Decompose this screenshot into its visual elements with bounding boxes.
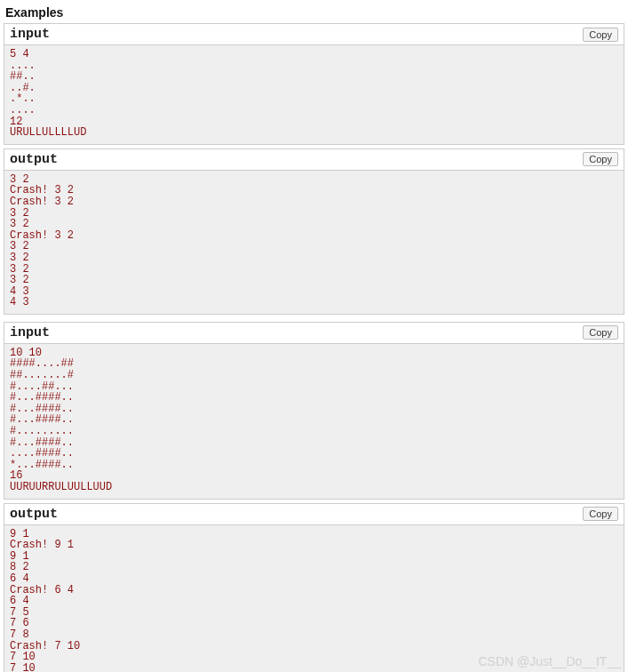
input-label: input bbox=[10, 27, 50, 42]
output-content: 3 2 Crash! 3 2 Crash! 3 2 3 2 3 2 Crash!… bbox=[4, 171, 624, 314]
input-label: input bbox=[10, 325, 50, 340]
example-block: output Copy 3 2 Crash! 3 2 Crash! 3 2 3 … bbox=[4, 148, 624, 315]
copy-button[interactable]: Copy bbox=[583, 28, 618, 42]
block-header: input Copy bbox=[4, 24, 624, 45]
copy-button[interactable]: Copy bbox=[583, 325, 618, 340]
block-header: output Copy bbox=[4, 149, 624, 171]
input-content: 5 4 .... ##.. ..#. .*.. .... 12 URULLULL… bbox=[4, 45, 624, 144]
example-block: input Copy 5 4 .... ##.. ..#. .*.. .... … bbox=[4, 23, 624, 145]
output-label: output bbox=[10, 152, 58, 167]
input-content: 10 10 ####....## ##.......# #....##... #… bbox=[4, 344, 624, 499]
copy-button[interactable]: Copy bbox=[583, 152, 618, 166]
output-label: output bbox=[10, 507, 58, 522]
example-block: input Copy 10 10 ####....## ##.......# #… bbox=[4, 322, 624, 500]
block-header: input Copy bbox=[4, 323, 624, 344]
copy-button[interactable]: Copy bbox=[583, 507, 618, 521]
example-block: output Copy 9 1 Crash! 9 1 9 1 8 2 6 4 C… bbox=[4, 503, 624, 672]
output-content: 9 1 Crash! 9 1 9 1 8 2 6 4 Crash! 6 4 6 … bbox=[4, 525, 624, 672]
block-header: output Copy bbox=[4, 504, 624, 525]
examples-heading: Examples bbox=[5, 5, 624, 20]
